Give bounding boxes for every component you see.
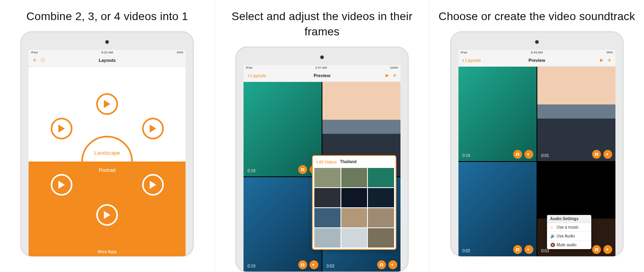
audio-menu-item-mute[interactable]: 🔇 Mute audio: [547, 241, 591, 249]
layout-option-2[interactable]: [51, 118, 72, 139]
album-picker-popup: All Videos Thailand: [312, 155, 396, 250]
album-grid: [314, 168, 394, 247]
album-thumb[interactable]: [368, 208, 394, 227]
status-battery: 100%: [390, 66, 398, 70]
add-icon[interactable]: +: [607, 57, 611, 64]
preview-grid: 0:18 0:19: [244, 82, 400, 272]
ipad-device: iPad 3:57 AM 100% Layouts Preview ▶ +: [235, 47, 409, 272]
video-cell-2[interactable]: 0:01: [537, 67, 615, 161]
panel-select: Select and adjust the videos in their fr…: [215, 0, 430, 272]
album-thumb[interactable]: [314, 168, 341, 187]
camera-icon[interactable]: [592, 245, 601, 254]
audio-menu-item-music[interactable]: ♫ Use a music: [547, 223, 591, 232]
mute-icon: 🔇: [550, 243, 554, 247]
nav-bar: + ⓘ Layouts: [29, 55, 186, 67]
camera-icon[interactable]: [513, 150, 522, 159]
status-battery: 99%: [177, 51, 183, 54]
album-thumb[interactable]: [368, 228, 394, 247]
back-button[interactable]: Layouts: [248, 72, 266, 79]
add-icon[interactable]: +: [33, 57, 36, 64]
audio-menu-label: Mute audio: [557, 243, 576, 247]
video-thumbnail: [458, 162, 537, 256]
screen: iPad 3:57 AM 100% Layouts Preview ▶ +: [244, 65, 400, 272]
album-thumb[interactable]: [368, 188, 394, 207]
status-bar: iPad 8:32 AM 99%: [29, 50, 186, 55]
video-cell-3[interactable]: 0:19: [244, 177, 322, 272]
music-icon: ♫: [550, 225, 554, 229]
status-time: 8:32 AM: [101, 51, 113, 54]
status-carrier: iPad: [461, 51, 467, 54]
timestamp: 0:03: [541, 249, 549, 253]
ipad-device: iPad 8:43 AM 99% Layouts Preview ▶ +: [450, 31, 623, 256]
audio-menu-label: Use a music: [557, 225, 579, 229]
layout-option-1[interactable]: [96, 93, 118, 115]
audio-menu-item-use-audio[interactable]: 🔊 Use Audio: [547, 232, 591, 241]
album-thumb[interactable]: [314, 208, 341, 227]
camera-icon[interactable]: [592, 150, 601, 159]
album-thumb[interactable]: [368, 168, 394, 187]
timestamp: 0:03: [326, 264, 334, 268]
panel-soundtrack: Choose or create the video soundtrack iP…: [429, 0, 644, 272]
camera-icon[interactable]: [298, 165, 307, 174]
preview-grid: 0:18 0:01: [458, 67, 615, 256]
camera-icon[interactable]: [513, 245, 522, 254]
caption-1: Combine 2, 3, or 4 videos into 1: [26, 9, 188, 24]
speaker-icon: 🔊: [550, 234, 554, 238]
album-thumb[interactable]: [341, 168, 367, 187]
sound-icon[interactable]: [310, 260, 318, 269]
layout-option-3[interactable]: [142, 118, 164, 139]
status-battery: 99%: [607, 51, 613, 54]
album-thumb[interactable]: [341, 228, 367, 247]
sound-icon[interactable]: [524, 245, 533, 254]
portrait-label: Portrait: [99, 167, 116, 173]
timestamp: 0:02: [462, 249, 470, 253]
caption-2: Select and adjust the videos in their fr…: [215, 9, 429, 39]
layout-area: Landscape Portrait More Apps: [29, 67, 186, 256]
nav-title: Layouts: [99, 58, 116, 63]
nav-title: Preview: [314, 73, 330, 78]
layout-option-4[interactable]: [51, 174, 72, 196]
sound-icon[interactable]: [603, 245, 612, 254]
ipad-device: iPad 8:32 AM 99% + ⓘ Layouts: [21, 31, 194, 256]
video-thumbnail: [458, 67, 537, 161]
video-cell-4[interactable]: 0:03 Audio Settings ♫ Use a music: [537, 162, 615, 256]
nav-bar: Layouts Preview ▶ +: [244, 70, 400, 82]
timestamp: 0:18: [462, 153, 470, 158]
status-bar: iPad 8:43 AM 99%: [458, 50, 615, 55]
sound-icon[interactable]: [388, 260, 397, 269]
album-name: Thailand: [340, 160, 357, 164]
screen: iPad 8:32 AM 99% + ⓘ Layouts: [29, 50, 186, 256]
layout-option-5[interactable]: [142, 174, 164, 196]
more-apps-link[interactable]: More Apps: [29, 250, 186, 254]
video-cell-3[interactable]: 0:02: [458, 162, 537, 256]
info-icon[interactable]: ⓘ: [41, 57, 45, 63]
play-icon[interactable]: ▶: [600, 57, 603, 63]
video-thumbnail: [244, 82, 322, 176]
status-time: 3:57 AM: [315, 66, 327, 70]
sound-icon[interactable]: [524, 150, 533, 159]
video-thumbnail: [537, 67, 615, 161]
album-thumb[interactable]: [314, 228, 341, 247]
timestamp: 0:01: [541, 153, 549, 158]
audio-menu-label: Use Audio: [557, 234, 575, 238]
audio-settings-menu: Audio Settings ♫ Use a music 🔊 Use Audio…: [547, 215, 591, 249]
camera-icon[interactable]: [298, 260, 307, 269]
layout-option-6[interactable]: [96, 204, 118, 226]
album-thumb[interactable]: [341, 188, 367, 207]
caption-3: Choose or create the video soundtrack: [439, 9, 635, 24]
album-thumb[interactable]: [314, 188, 341, 207]
video-thumbnail: [244, 177, 322, 272]
back-button[interactable]: Layouts: [462, 57, 481, 64]
orientation-toggle[interactable]: Landscape Portrait: [81, 136, 133, 187]
status-carrier: iPad: [246, 66, 252, 70]
video-cell-1[interactable]: 0:18: [244, 82, 322, 176]
sound-icon[interactable]: [603, 150, 612, 159]
album-thumb[interactable]: [341, 208, 367, 227]
camera-icon[interactable]: [377, 260, 386, 269]
video-cell-1[interactable]: 0:18: [458, 67, 537, 161]
audio-menu-header: Audio Settings: [547, 215, 591, 223]
add-icon[interactable]: +: [393, 72, 396, 79]
timestamp: 0:18: [248, 169, 255, 173]
album-back-button[interactable]: All Videos: [316, 158, 337, 166]
play-icon[interactable]: ▶: [386, 73, 389, 78]
